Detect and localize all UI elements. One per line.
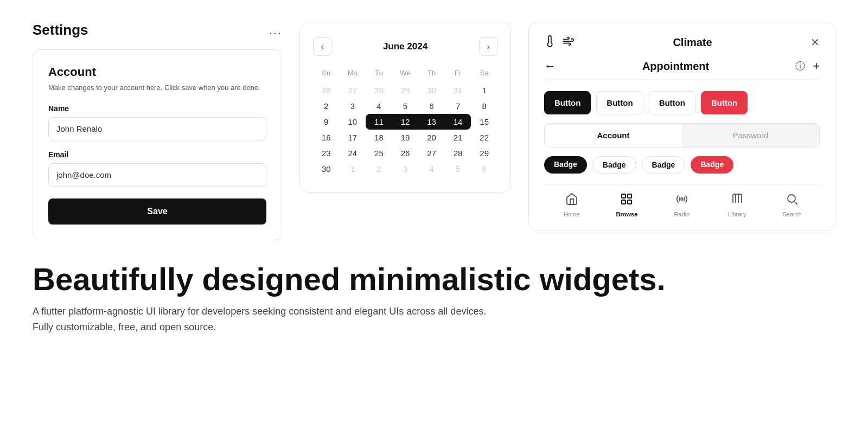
calendar-day[interactable]: 14 xyxy=(445,114,471,130)
name-label: Name xyxy=(48,104,266,113)
calendar-day[interactable]: 20 xyxy=(418,130,445,145)
calendar-day[interactable]: 10 xyxy=(340,114,366,130)
calendar-day[interactable]: 13 xyxy=(418,114,445,130)
svg-point-5 xyxy=(788,195,795,202)
wind-icon xyxy=(563,35,575,49)
nav-home[interactable]: Home xyxy=(556,193,588,217)
hero-section: Beautifully designed minimalistic widget… xyxy=(0,257,868,357)
calendar-day[interactable]: 27 xyxy=(340,82,366,98)
badge-2[interactable]: Badge xyxy=(592,156,636,174)
calendar-day[interactable]: 30 xyxy=(313,161,340,177)
calendar-day[interactable]: 2 xyxy=(313,98,340,114)
close-icon[interactable]: ✕ xyxy=(810,36,820,49)
calendar-next-button[interactable]: › xyxy=(479,37,497,56)
calendar-day[interactable]: 27 xyxy=(418,145,445,161)
calendar-weekday-row: Su Mo Tu We Th Fr Sa xyxy=(313,67,497,82)
nav-search-label: Search xyxy=(783,211,802,217)
hero-headline: Beautifully designed minimalistic widget… xyxy=(33,262,835,297)
calendar-day[interactable]: 29 xyxy=(392,82,419,98)
calendar-day[interactable]: 16 xyxy=(313,130,340,145)
nav-library-label: Library xyxy=(728,211,746,217)
nav-radio-label: Radio xyxy=(674,211,690,217)
calendar-day[interactable]: 21 xyxy=(445,130,471,145)
nav-browse[interactable]: Browse xyxy=(610,193,643,217)
calendar-day[interactable]: 8 xyxy=(471,98,497,114)
nav-radio[interactable]: Radio xyxy=(666,193,698,217)
svg-rect-2 xyxy=(622,200,626,204)
svg-rect-0 xyxy=(622,194,626,198)
calendar-day[interactable]: 28 xyxy=(445,145,471,161)
hero-subtext: A flutter platform-agnostic UI library f… xyxy=(33,304,499,335)
button-4[interactable]: Button xyxy=(701,91,748,114)
nav-search[interactable]: Search xyxy=(776,193,808,217)
badge-4[interactable]: Badge xyxy=(691,156,733,174)
account-description: Make changes to your account here. Click… xyxy=(48,82,266,93)
weekday-th: Th xyxy=(418,67,445,82)
calendar-day[interactable]: 7 xyxy=(445,98,471,114)
calendar-day[interactable]: 28 xyxy=(366,82,392,98)
calendar-day[interactable]: 6 xyxy=(418,98,445,114)
calendar-day[interactable]: 2 xyxy=(366,161,392,177)
tab-account[interactable]: Account xyxy=(545,124,682,147)
calendar-day[interactable]: 22 xyxy=(471,130,497,145)
calendar-day[interactable]: 25 xyxy=(366,145,392,161)
settings-widget: Settings ... Account Make changes to you… xyxy=(33,22,282,240)
calendar-day[interactable]: 5 xyxy=(392,98,419,114)
name-input[interactable] xyxy=(48,117,266,140)
tab-password[interactable]: Password xyxy=(682,124,819,147)
settings-more-button[interactable]: ... xyxy=(269,23,282,37)
calendar-day[interactable]: 5 xyxy=(445,161,471,177)
calendar-day[interactable]: 12 xyxy=(392,114,419,130)
tab-row: Account Password xyxy=(544,123,820,148)
calendar-day[interactable]: 18 xyxy=(366,130,392,145)
calendar-prev-button[interactable]: ‹ xyxy=(313,37,331,56)
back-button[interactable]: ← xyxy=(544,59,556,73)
calendar-day[interactable]: 6 xyxy=(471,161,497,177)
calendar-day[interactable]: 29 xyxy=(471,145,497,161)
calendar-day[interactable]: 19 xyxy=(392,130,419,145)
save-button[interactable]: Save xyxy=(48,198,266,225)
calendar-grid: Su Mo Tu We Th Fr Sa 2627282930311234567… xyxy=(313,67,497,177)
weekday-sa: Sa xyxy=(471,67,497,82)
calendar-week-row: 9101112131415 xyxy=(313,114,497,130)
badge-row: Badge Badge Badge Badge xyxy=(544,156,820,174)
climate-widget: Climate ✕ ← Appointment ⓘ + Button Butto… xyxy=(528,22,835,231)
calendar-header: ‹ June 2024 › xyxy=(313,37,497,56)
settings-title: Settings xyxy=(33,22,88,39)
button-1[interactable]: Button xyxy=(544,91,591,114)
info-icon[interactable]: ⓘ xyxy=(795,60,805,73)
svg-line-6 xyxy=(795,202,798,205)
appointment-actions: ⓘ + xyxy=(795,59,820,73)
calendar-day[interactable]: 1 xyxy=(340,161,366,177)
calendar-day[interactable]: 1 xyxy=(471,82,497,98)
calendar-day[interactable]: 3 xyxy=(340,98,366,114)
svg-point-4 xyxy=(681,198,683,200)
calendar-day[interactable]: 24 xyxy=(340,145,366,161)
weekday-mo: Mo xyxy=(340,67,366,82)
svg-rect-1 xyxy=(628,194,631,198)
weekday-fr: Fr xyxy=(445,67,471,82)
button-2[interactable]: Button xyxy=(596,91,643,114)
calendar-day[interactable]: 26 xyxy=(313,82,340,98)
email-input[interactable] xyxy=(48,163,266,187)
calendar-day[interactable]: 23 xyxy=(313,145,340,161)
calendar-day[interactable]: 9 xyxy=(313,114,340,130)
calendar-day[interactable]: 3 xyxy=(392,161,419,177)
calendar-day[interactable]: 30 xyxy=(418,82,445,98)
calendar-week-row: 16171819202122 xyxy=(313,130,497,145)
add-icon[interactable]: + xyxy=(813,59,820,73)
calendar-day[interactable]: 31 xyxy=(445,82,471,98)
weekday-we: We xyxy=(392,67,419,82)
calendar-day[interactable]: 15 xyxy=(471,114,497,130)
badge-3[interactable]: Badge xyxy=(642,156,686,174)
calendar-day[interactable]: 4 xyxy=(418,161,445,177)
calendar-month-title: June 2024 xyxy=(383,41,427,52)
climate-top-bar: Climate ✕ xyxy=(544,35,820,49)
calendar-day[interactable]: 11 xyxy=(366,114,392,130)
calendar-day[interactable]: 4 xyxy=(366,98,392,114)
button-3[interactable]: Button xyxy=(649,91,695,114)
badge-1[interactable]: Badge xyxy=(544,156,587,174)
nav-library[interactable]: Library xyxy=(721,193,754,217)
calendar-day[interactable]: 17 xyxy=(340,130,366,145)
calendar-day[interactable]: 26 xyxy=(392,145,419,161)
